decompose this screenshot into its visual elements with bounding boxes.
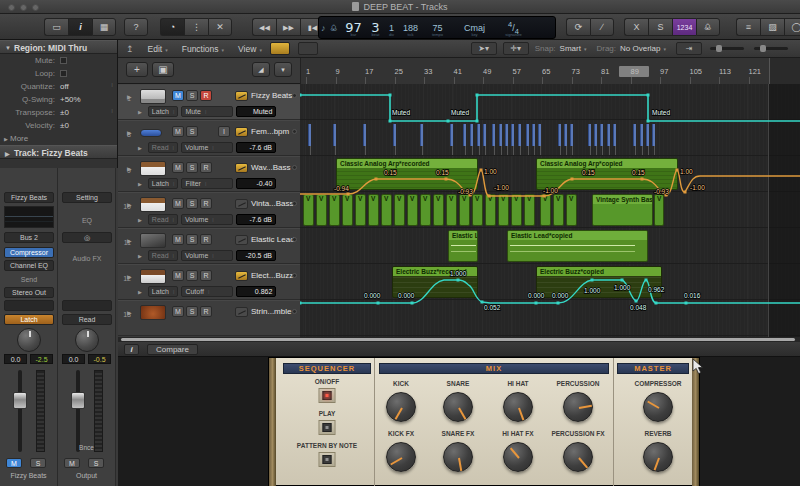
automation-mode-select[interactable]: Latch⁞ (148, 286, 179, 297)
quick-help-toggle-button[interactable]: ▦ (92, 18, 116, 36)
empty-slot[interactable] (62, 300, 112, 311)
automation-node[interactable] (571, 178, 574, 181)
rewind-button[interactable]: ◀◀ (252, 18, 276, 36)
automation-node[interactable] (476, 120, 479, 123)
automation-mode-button[interactable]: Latch (4, 314, 54, 325)
count-badge[interactable]: 1234 (672, 18, 696, 36)
channel-eq-slot[interactable]: Channel EQ (4, 260, 54, 271)
disclosure-triangle-icon[interactable]: ▶ (127, 273, 132, 280)
reverb-knob[interactable] (643, 442, 673, 472)
arrange-area[interactable]: VVVVVVVVVVVVVVVVVVVVVClassic Analog Arp*… (300, 84, 800, 337)
automation-node[interactable] (641, 178, 644, 181)
automation-node[interactable] (655, 302, 658, 305)
mute-button[interactable]: M (172, 126, 184, 137)
lane-triangle-icon[interactable]: ▶ (138, 109, 142, 115)
kick-fx-knob[interactable] (386, 442, 416, 472)
disclosure-triangle-icon[interactable]: ▶ (127, 237, 132, 244)
automation-enable-icon[interactable] (235, 91, 248, 101)
key-value[interactable]: Cmaj (453, 23, 497, 33)
record-enable-button[interactable]: R (200, 90, 212, 101)
bar-ruler[interactable]: 191725334149576573818997105113121 (300, 58, 800, 84)
track-on-icon[interactable] (292, 237, 297, 242)
tempo-value[interactable]: 75 (423, 23, 453, 33)
disclosure-triangle-icon[interactable]: ▶ (127, 309, 132, 316)
note-pads-button[interactable]: ▨ (760, 18, 784, 36)
count-in-button[interactable]: ✕ (208, 18, 232, 36)
vertical-zoom-slider[interactable] (710, 47, 744, 50)
plugin-info-button[interactable]: i (124, 344, 139, 355)
track-header-10[interactable]: 10▶MSRVinta...Bass▶Read⁞Volume⁞-7.6 dB (118, 192, 300, 228)
automation-node[interactable] (684, 191, 687, 194)
automation-mode-select[interactable]: Latch⁞ (148, 178, 179, 189)
mute-button[interactable]: M (172, 90, 184, 101)
automation-node[interactable] (676, 169, 679, 172)
param-checkbox[interactable] (60, 70, 67, 77)
pan-knob[interactable] (17, 328, 41, 352)
automation-enable-icon[interactable] (235, 307, 248, 317)
compressor-knob[interactable] (643, 392, 673, 422)
automation-node[interactable] (647, 120, 650, 123)
forward-button[interactable]: ▶▶ (276, 18, 300, 36)
help-button[interactable]: ? (124, 18, 148, 36)
solo-button[interactable]: S (186, 306, 198, 317)
disclosure-triangle-icon[interactable]: ▶ (127, 93, 132, 100)
audio-fx-label[interactable]: Audio FX (62, 254, 112, 265)
bus-slot[interactable]: Bus 2 (4, 232, 54, 243)
solo-button[interactable]: S (186, 162, 198, 173)
automation-node[interactable] (457, 279, 460, 282)
automation-node[interactable] (445, 178, 448, 181)
track-on-icon[interactable] (292, 165, 297, 170)
lane-triangle-icon[interactable]: ▶ (138, 217, 142, 223)
lane-triangle-icon[interactable]: ▶ (138, 145, 142, 151)
track-on-icon[interactable] (292, 93, 297, 98)
position-tick[interactable]: 188 (399, 23, 423, 33)
automation-node[interactable] (389, 94, 392, 97)
stepper-icon[interactable]: ⁞ (111, 108, 113, 114)
automation-node[interactable] (488, 195, 491, 198)
solo-button[interactable]: S (186, 90, 198, 101)
lane-triangle-icon[interactable]: ▶ (138, 289, 142, 295)
automation-mode-select[interactable]: Read⁞ (148, 214, 178, 225)
volume-value[interactable]: 0.0 (4, 354, 27, 364)
track-on-icon[interactable] (292, 129, 297, 134)
output-slot[interactable]: Stereo Out (4, 287, 54, 298)
automation-param-select[interactable]: Volume⁞ (181, 250, 233, 261)
secondary-tool-menu[interactable]: ✛▾ (503, 42, 529, 55)
input-monitor-button[interactable]: I (218, 126, 230, 137)
percussion-knob[interactable] (563, 392, 593, 422)
strip-name[interactable]: Fizzy Beats (4, 192, 54, 203)
position-div[interactable]: 1 (385, 23, 399, 33)
metronome-button[interactable]: ◔ (160, 18, 184, 36)
track-header-9[interactable]: 9▶MSRWav...Bass▶Latch⁞Filter⁞-0.40 (118, 156, 300, 192)
track-on-icon[interactable] (292, 309, 297, 314)
automation-enable-icon[interactable] (235, 163, 248, 173)
automation-node[interactable] (635, 300, 638, 303)
track-header-11[interactable]: 11▶MSRElastic Lead▶Read⁞Volume⁞-20.5 dB (118, 228, 300, 264)
record-enable-button[interactable]: R (200, 162, 212, 173)
volume-fader[interactable] (18, 370, 22, 452)
automation-node[interactable] (621, 279, 624, 282)
automation-mode-select[interactable]: Read⁞ (148, 142, 178, 153)
automation-mode-select[interactable]: Read⁞ (148, 250, 178, 261)
automation-enable-icon[interactable] (235, 271, 248, 281)
solo-off-button[interactable]: X (624, 18, 648, 36)
fader-cap[interactable] (13, 392, 27, 409)
add-track-pack-button[interactable]: ▣ (152, 62, 174, 77)
tuner-button[interactable]: ⋮ (184, 18, 208, 36)
volume-fader[interactable] (76, 370, 80, 452)
menu-functions[interactable]: Functions▾ (182, 44, 224, 54)
automation-enable-icon[interactable] (235, 199, 248, 209)
automation-node[interactable] (557, 302, 560, 305)
gain-reduction-display[interactable]: ◎ (62, 232, 112, 243)
library-button[interactable]: ▭ (44, 18, 68, 36)
cycle-button[interactable]: ⟳ (566, 18, 590, 36)
peak-value[interactable]: -2.5 (30, 354, 53, 364)
disclosure-triangle-icon[interactable]: ▶ (127, 201, 132, 208)
automation-param-select[interactable]: Cutoff⁞ (181, 286, 233, 297)
automation-overlay[interactable]: MutedMutedMuted-0.940.150.15-0.931.00-1.… (300, 84, 800, 337)
inspector-button[interactable]: i (68, 18, 92, 36)
menu-view[interactable]: View▾ (238, 44, 262, 54)
fader-cap[interactable] (71, 392, 85, 409)
peak-value[interactable]: -0.5 (88, 354, 111, 364)
hide-arrow-icon[interactable]: ↥ (126, 44, 134, 54)
